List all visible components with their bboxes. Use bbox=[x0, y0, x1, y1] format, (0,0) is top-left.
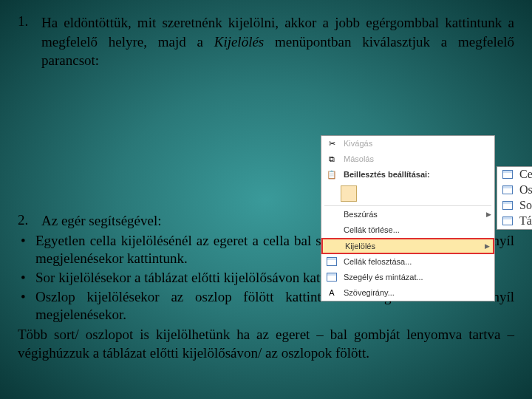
menu-paste-label: Beillesztés beállításai: bbox=[344, 170, 491, 179]
text-dir-icon: A bbox=[324, 287, 339, 299]
list-number-1: 1. bbox=[18, 13, 41, 70]
menu-cut[interactable]: ✂ Kivágás bbox=[321, 136, 494, 151]
cell-icon bbox=[500, 168, 515, 180]
menu-delete-cells[interactable]: Cellák törlése... bbox=[321, 222, 494, 238]
chevron-right-icon: ▶ bbox=[486, 211, 491, 218]
context-menu: ✂ Kivágás ⧉ Másolás 📋 Beillesztés beállí… bbox=[321, 135, 495, 301]
submenu-row[interactable]: Sor bbox=[497, 198, 532, 214]
paste-option-icon[interactable] bbox=[341, 185, 357, 202]
borders-icon bbox=[324, 271, 339, 283]
item1-italic: Kijelölés bbox=[214, 34, 265, 50]
cut-icon: ✂ bbox=[324, 137, 339, 149]
submenu-column[interactable]: Oszlop bbox=[497, 183, 532, 198]
menu-split-cells[interactable]: Cellák felosztása... bbox=[321, 254, 494, 270]
submenu-table[interactable]: Táblázat bbox=[497, 214, 532, 229]
bullet-mark: • bbox=[18, 288, 35, 324]
submenu-table-label: Táblázat bbox=[519, 214, 532, 228]
submenu-cell-label: Cella bbox=[519, 168, 532, 181]
menu-separator bbox=[324, 205, 491, 206]
table-icon bbox=[500, 215, 515, 227]
menu-insert-label: Beszúrás bbox=[344, 210, 486, 219]
item-2-intro: Az egér segítségével: bbox=[41, 212, 161, 231]
row-icon bbox=[500, 200, 515, 211]
column-icon bbox=[500, 184, 515, 196]
menu-borders-label: Szegély és mintázat... bbox=[344, 273, 491, 282]
menu-text-direction[interactable]: A Szövegirány... bbox=[321, 285, 494, 301]
menu-split-label: Cellák felosztása... bbox=[344, 257, 491, 266]
menu-delete-label: Cellák törlése... bbox=[344, 225, 491, 234]
bullet-mark: • bbox=[18, 232, 35, 268]
menu-copy[interactable]: ⧉ Másolás bbox=[321, 151, 494, 167]
menu-paste-header: 📋 Beillesztés beállításai: bbox=[321, 167, 494, 183]
item-1-text: Ha eldöntöttük, mit szeretnénk kijelölni… bbox=[41, 13, 514, 70]
submenu-cell[interactable]: Cella bbox=[497, 167, 532, 183]
select-submenu: Cella Oszlop Sor Táblázat bbox=[497, 166, 532, 230]
menu-copy-label: Másolás bbox=[344, 154, 491, 163]
menu-textdir-label: Szövegirány... bbox=[344, 288, 491, 297]
bullet-mark: • bbox=[18, 269, 35, 287]
chevron-right-icon: ▶ bbox=[485, 242, 490, 250]
list-number-2: 2. bbox=[18, 212, 41, 231]
menu-select[interactable]: Kijelölés ▶ bbox=[321, 238, 494, 254]
split-icon bbox=[324, 256, 339, 267]
menu-borders[interactable]: Szegély és mintázat... bbox=[321, 270, 494, 285]
closing-text: Több sort/ oszlopot is kijelölhetünk ha … bbox=[18, 326, 514, 362]
copy-icon: ⧉ bbox=[324, 153, 339, 165]
blank-icon bbox=[324, 208, 339, 220]
blank-icon bbox=[324, 224, 339, 236]
menu-paste-options[interactable] bbox=[321, 183, 494, 205]
menu-insert[interactable]: Beszúrás ▶ bbox=[321, 207, 494, 222]
submenu-column-label: Oszlop bbox=[519, 183, 532, 197]
paste-icon: 📋 bbox=[324, 168, 339, 180]
menu-cut-label: Kivágás bbox=[344, 139, 491, 148]
blank-icon bbox=[326, 240, 341, 252]
submenu-row-label: Sor bbox=[519, 199, 532, 212]
menu-select-label: Kijelölés bbox=[345, 242, 485, 250]
